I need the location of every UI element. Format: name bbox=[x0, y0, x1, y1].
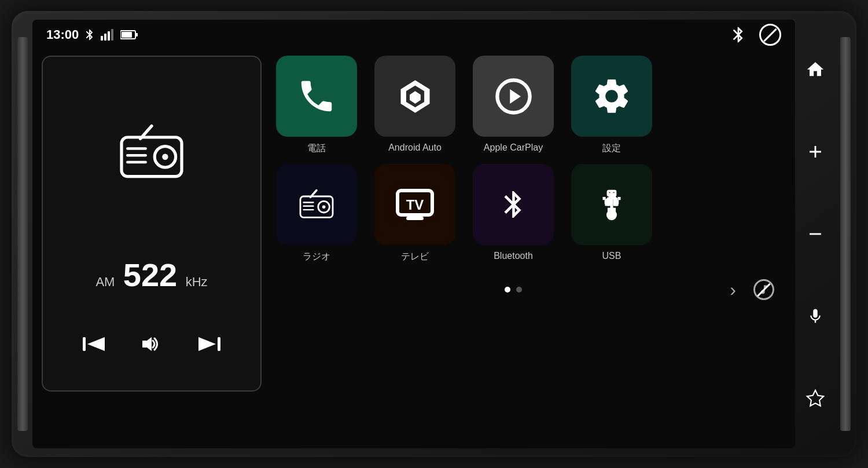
svg-rect-1 bbox=[104, 34, 106, 41]
status-left: 13:00 bbox=[46, 27, 138, 42]
app-item-settings[interactable]: 設定 bbox=[568, 56, 655, 155]
svg-rect-2 bbox=[108, 31, 110, 41]
svg-point-13 bbox=[162, 153, 168, 159]
svg-rect-41 bbox=[614, 203, 619, 206]
playback-controls bbox=[54, 334, 249, 359]
svg-rect-3 bbox=[111, 29, 113, 41]
bottom-nav: › bbox=[273, 272, 786, 307]
carplay-label: Apple CarPlay bbox=[484, 142, 543, 153]
status-bar: 13:00 bbox=[32, 20, 795, 50]
page-dot-1 bbox=[505, 287, 510, 292]
usb-label: USB bbox=[602, 251, 621, 261]
svg-marker-15 bbox=[87, 337, 105, 351]
page-dots bbox=[505, 287, 522, 292]
app-item-apple-carplay[interactable]: Apple CarPlay bbox=[470, 56, 557, 155]
svg-rect-26 bbox=[300, 196, 333, 217]
usb-icon bbox=[594, 184, 630, 225]
app-item-phone[interactable]: 電話 bbox=[273, 56, 360, 155]
phone-label: 電話 bbox=[307, 142, 326, 155]
bottom-icons: › bbox=[730, 279, 774, 301]
svg-rect-14 bbox=[83, 337, 86, 351]
tv-icon-box[interactable]: TV bbox=[374, 164, 455, 245]
app-item-android-auto[interactable]: Android Auto bbox=[372, 56, 458, 155]
svg-marker-45 bbox=[807, 390, 823, 406]
radio-icon bbox=[114, 115, 189, 190]
svg-rect-8 bbox=[122, 137, 182, 177]
page-dot-2 bbox=[516, 287, 522, 292]
volume-button[interactable] bbox=[140, 334, 163, 359]
app-item-bluetooth[interactable]: Bluetooth bbox=[470, 164, 557, 263]
android-auto-icon-box[interactable] bbox=[374, 56, 455, 137]
svg-text:TV: TV bbox=[406, 197, 424, 213]
usb-icon-box[interactable] bbox=[571, 164, 652, 245]
signal-icon bbox=[101, 29, 116, 41]
svg-marker-24 bbox=[510, 89, 521, 104]
volume-up-button[interactable] bbox=[806, 142, 825, 162]
battery-icon bbox=[120, 30, 138, 40]
bluetooth-app-icon bbox=[498, 184, 529, 225]
next-page-button[interactable]: › bbox=[730, 279, 736, 301]
freq-band: AM bbox=[95, 275, 115, 289]
svg-rect-0 bbox=[101, 36, 103, 41]
phone-icon bbox=[296, 76, 337, 116]
android-auto-label: Android Auto bbox=[388, 142, 442, 153]
app-grid: 電話 Android Auto bbox=[262, 56, 786, 443]
bluetooth-icon-box[interactable] bbox=[473, 164, 554, 245]
next-button[interactable] bbox=[197, 334, 220, 359]
favorites-button[interactable] bbox=[806, 389, 825, 408]
device-frame: 13:00 bbox=[12, 11, 856, 457]
tv-label: テレビ bbox=[401, 251, 429, 263]
right-bar bbox=[840, 37, 851, 431]
content-area: AM 522 kHz bbox=[32, 50, 795, 448]
now-playing-panel: AM 522 kHz bbox=[42, 56, 262, 392]
left-bar bbox=[17, 37, 28, 431]
radio-app-icon-box[interactable] bbox=[276, 164, 357, 245]
app-item-radio[interactable]: ラジオ bbox=[273, 164, 360, 263]
apple-carplay-icon-box[interactable] bbox=[473, 56, 554, 137]
bluetooth-top-right-icon bbox=[729, 25, 748, 44]
settings-icon bbox=[591, 75, 632, 117]
radio-app-icon bbox=[296, 187, 337, 222]
no-music-icon[interactable] bbox=[753, 279, 774, 300]
clock: 13:00 bbox=[46, 27, 79, 42]
svg-rect-6 bbox=[122, 32, 132, 38]
freq-unit: kHz bbox=[186, 275, 208, 289]
home-button[interactable] bbox=[806, 60, 825, 79]
bluetooth-status-icon bbox=[83, 28, 96, 41]
mic-button[interactable] bbox=[807, 306, 824, 326]
right-sidebar bbox=[795, 17, 836, 451]
svg-rect-5 bbox=[135, 33, 138, 36]
phone-icon-box[interactable] bbox=[276, 56, 357, 137]
radio-icon-box[interactable] bbox=[88, 89, 215, 216]
app-row-1: 電話 Android Auto bbox=[273, 56, 786, 155]
settings-label: 設定 bbox=[602, 142, 621, 155]
volume-down-button[interactable] bbox=[806, 224, 825, 244]
app-item-usb[interactable]: USB bbox=[568, 164, 655, 263]
tv-icon: TV bbox=[394, 184, 436, 225]
settings-icon-box[interactable] bbox=[571, 56, 652, 137]
svg-rect-40 bbox=[605, 203, 609, 206]
android-auto-icon bbox=[393, 75, 437, 118]
app-item-tv[interactable]: TV テレビ bbox=[372, 164, 458, 263]
bluetooth-label: Bluetooth bbox=[494, 251, 533, 261]
svg-rect-17 bbox=[142, 341, 147, 348]
main-screen: 13:00 bbox=[32, 20, 795, 448]
screen-area: 13:00 bbox=[17, 17, 851, 451]
frequency-display: AM 522 kHz bbox=[95, 256, 207, 294]
svg-rect-18 bbox=[218, 337, 220, 351]
svg-point-31 bbox=[322, 205, 326, 209]
carplay-icon bbox=[492, 75, 535, 118]
app-row-2: ラジオ TV bbox=[273, 164, 786, 263]
freq-number: 522 bbox=[123, 257, 177, 293]
svg-marker-19 bbox=[198, 337, 216, 351]
svg-marker-16 bbox=[147, 337, 152, 351]
prev-button[interactable] bbox=[83, 334, 106, 359]
no-entry-status-icon bbox=[759, 24, 781, 46]
radio-label: ラジオ bbox=[303, 251, 330, 263]
status-right bbox=[729, 24, 781, 46]
